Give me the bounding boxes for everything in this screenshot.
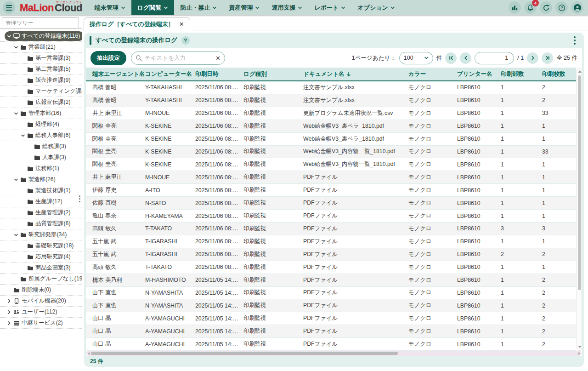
chevron-right-icon[interactable] xyxy=(6,310,12,314)
nav-item[interactable]: オプション xyxy=(351,0,401,15)
tree-item[interactable]: 商品企画室(3) xyxy=(0,263,82,274)
column-header-pages[interactable]: 印刷枚数 xyxy=(542,70,576,78)
tree-item[interactable]: モバイル機器(20) xyxy=(0,296,82,307)
table-row[interactable]: 山口 晶 A-YAMAGUCHI 2025/11/05 14:01:25 印刷監… xyxy=(86,338,576,351)
tree-item[interactable]: マーケティング課(2) xyxy=(0,86,82,97)
table-row[interactable]: 関根 圭亮 K-SEKINE 2025/11/06 08:24:46 印刷監視 … xyxy=(86,120,576,133)
first-page-button[interactable] xyxy=(445,52,457,64)
chevron-down-icon[interactable] xyxy=(6,34,12,39)
table-row[interactable]: 関根 圭亮 K-SEKINE 2025/11/06 08:28:59 印刷監視 … xyxy=(86,158,576,171)
table-row[interactable]: 五十嵐 武 T-IGARASHI 2025/11/06 08:18:45 印刷監… xyxy=(86,235,576,248)
table-row[interactable]: 関根 圭亮 K-SEKINE 2025/11/06 08:23:10 印刷監視 … xyxy=(86,133,576,146)
tree-item[interactable]: 研究開発部(34) xyxy=(0,229,82,240)
nav-item[interactable]: 運用支援 xyxy=(266,0,308,15)
nav-item[interactable]: 資産管理 xyxy=(223,0,266,15)
table-row[interactable]: 関根 圭亮 K-SEKINE 2025/11/06 08:29:35 印刷監視 … xyxy=(86,146,576,159)
chevron-down-icon[interactable] xyxy=(12,45,19,50)
tree-item[interactable]: すべての登録端末(116) xyxy=(0,31,82,42)
tree-item[interactable]: 管理本部(16) xyxy=(0,108,82,119)
scroll-right-arrow-icon[interactable] xyxy=(578,352,580,355)
table-row[interactable]: 橋本 美乃利 M-HASHIMOTO 2025/11/05 14:06:16 印… xyxy=(86,274,576,287)
scroll-left-arrow-icon[interactable] xyxy=(88,352,90,355)
tree-item[interactable]: 法務部(1) xyxy=(0,163,82,174)
table-row[interactable]: 山口 晶 A-YAMAGUCHI 2025/11/05 14:03:26 印刷監… xyxy=(86,312,576,325)
per-page-select[interactable]: 100 xyxy=(399,52,433,64)
tree-item[interactable]: 総務人事部(6) xyxy=(0,130,82,141)
table-row[interactable]: 高橋 善昭 Y-TAKAHASHI 2025/11/06 08:33:12 印刷… xyxy=(86,81,576,94)
sidebar-resize-handle[interactable] xyxy=(79,195,80,202)
clear-search-icon[interactable]: ✕ xyxy=(215,55,220,61)
column-header-computer[interactable]: コンピューター名 xyxy=(145,70,195,78)
chevron-down-icon[interactable] xyxy=(19,133,26,138)
search-input[interactable] xyxy=(145,55,215,61)
horizontal-scrollbar-thumb[interactable] xyxy=(91,352,398,355)
table-row[interactable]: 亀山 春奈 H-KAMEYAMA 2025/11/06 08:25:59 印刷監… xyxy=(86,210,576,223)
tree-item[interactable]: 製造部(26) xyxy=(0,174,82,185)
table-row[interactable]: 伊藤 厚史 A-ITO 2025/11/06 08:34:12 印刷監視 PDF… xyxy=(86,184,576,197)
table-row[interactable]: 高頭 敏久 T-TAKATO 2025/11/06 08:19:21 印刷監視 … xyxy=(86,223,576,235)
column-header-color[interactable]: カラー xyxy=(408,70,457,78)
close-tab-icon[interactable]: ✕ xyxy=(179,21,184,27)
tree-item[interactable]: 営業部(21) xyxy=(0,42,82,53)
tree-item[interactable]: 応用研究課(4) xyxy=(0,251,82,263)
tree-item[interactable]: 削除端末(0) xyxy=(0,285,82,296)
refresh-button[interactable] xyxy=(540,1,552,14)
chevron-down-icon[interactable] xyxy=(12,177,19,182)
tree-item[interactable]: 広報宣伝課(2) xyxy=(0,97,82,108)
tree-item[interactable]: 所属グループなし(19) xyxy=(0,274,82,285)
chevron-right-icon[interactable] xyxy=(6,299,12,303)
tree-item[interactable]: 中継サービス(2) xyxy=(0,318,82,329)
chevron-down-icon[interactable] xyxy=(12,111,19,116)
nav-item[interactable]: 防止・禁止 xyxy=(174,0,223,15)
nav-item[interactable]: レポート xyxy=(308,0,351,15)
notifications-button[interactable]: 4 xyxy=(524,1,537,14)
table-row[interactable]: 山下 直也 N-YAMASHITA 2025/11/05 14:04:38 印刷… xyxy=(86,287,576,300)
vertical-scrollbar-thumb[interactable] xyxy=(578,75,581,290)
nav-item[interactable]: 端末管理 xyxy=(89,0,131,15)
account-button[interactable] xyxy=(571,1,583,14)
tree-item[interactable]: 製造技術課(1) xyxy=(0,185,82,196)
column-header-printer[interactable]: プリンター名 xyxy=(457,70,501,78)
tree-item[interactable]: 人事課(3) xyxy=(0,152,82,163)
search-box[interactable]: ✕ xyxy=(131,51,225,65)
page-number-input[interactable] xyxy=(475,52,514,64)
tab-operation-log[interactable]: 操作ログ［すべての登録端末］ ✕ xyxy=(84,17,190,30)
prev-page-button[interactable] xyxy=(460,52,471,64)
next-page-button[interactable] xyxy=(527,52,538,64)
table-row[interactable]: 高橋 善昭 Y-TAKAHASHI 2025/11/06 08:33:00 印刷… xyxy=(86,94,576,107)
panel-help-icon[interactable]: ? xyxy=(181,36,190,45)
help-button[interactable]: ? xyxy=(555,1,568,14)
tree-item[interactable]: 基礎研究課(18) xyxy=(0,240,82,251)
chevron-down-icon[interactable] xyxy=(12,233,19,237)
tree-item[interactable]: 第二営業課(5) xyxy=(0,64,82,75)
tree-item[interactable]: 経理部(4) xyxy=(0,119,82,130)
table-row[interactable]: 井上 麻里江 M-INOUE 2025/11/06 08:34:24 印刷監視 … xyxy=(86,171,576,184)
scroll-up-arrow-icon[interactable] xyxy=(578,70,582,73)
chevron-right-icon[interactable] xyxy=(6,321,12,325)
stats-button[interactable] xyxy=(509,1,521,14)
vertical-scrollbar[interactable] xyxy=(577,68,582,351)
tree-item[interactable]: 品質管理課(6) xyxy=(0,218,82,229)
column-header-copies[interactable]: 印刷部数 xyxy=(501,70,542,78)
table-row[interactable]: 山口 晶 A-YAMAGUCHI 2025/11/05 14:02:26 印刷監… xyxy=(86,325,576,338)
kebab-menu-icon[interactable] xyxy=(571,34,578,46)
column-header-document[interactable]: ドキュメント名 xyxy=(303,70,408,78)
table-row[interactable]: 高頭 敏久 T-TAKATO 2025/11/06 08:14:20 印刷監視 … xyxy=(86,261,576,274)
table-row[interactable]: 五十嵐 武 T-IGARASHI 2025/11/06 08:15:57 印刷監… xyxy=(86,248,576,261)
table-row[interactable]: 山下 直也 N-YAMASHITA 2025/11/05 14:04:02 印刷… xyxy=(86,299,576,312)
table-row[interactable]: 佐藤 直樹 N-SATO 2025/11/06 08:34:00 印刷監視 PD… xyxy=(86,197,576,210)
tree-item[interactable]: ユーザー(112) xyxy=(0,307,82,318)
horizontal-scrollbar[interactable] xyxy=(86,351,582,356)
scroll-down-arrow-icon[interactable] xyxy=(578,346,582,348)
column-header-datetime[interactable]: 印刷日時 xyxy=(195,70,243,78)
table-row[interactable]: 井上 麻里江 M-INOUE 2025/11/06 08:31:12 印刷監視 … xyxy=(86,107,576,120)
column-header-logtype[interactable]: ログ種別 xyxy=(243,70,303,78)
last-page-button[interactable] xyxy=(542,52,553,64)
filter-settings-button[interactable]: 抽出設定 xyxy=(90,51,126,65)
column-header-agent[interactable]: 端末エージェント名 xyxy=(92,70,145,78)
tree-item[interactable]: 総務課(3) xyxy=(0,141,82,152)
tree-item[interactable]: 販売推進課(9) xyxy=(0,75,82,86)
tree-item[interactable]: 生産課(12) xyxy=(0,196,82,207)
tree-item[interactable]: 第一営業課(3) xyxy=(0,53,82,64)
tree-item[interactable]: 生産管理課(2) xyxy=(0,207,82,218)
